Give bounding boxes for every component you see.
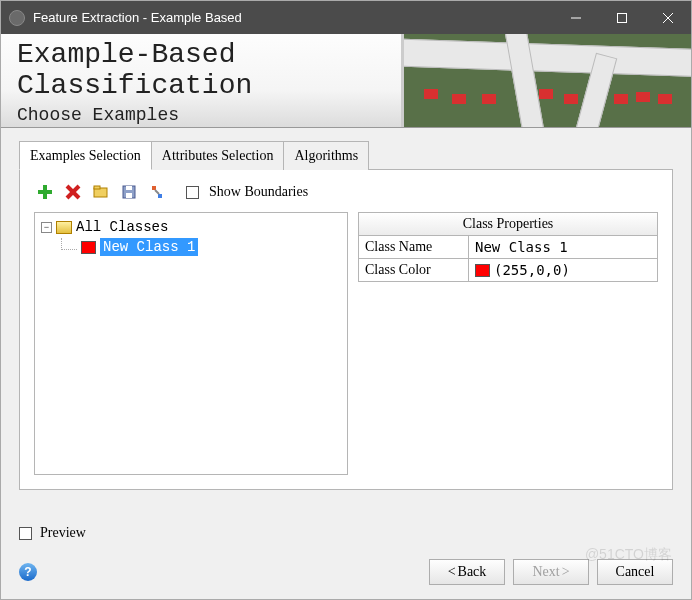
class-properties-panel: Class Properties Class Name New Class 1 … [358,212,658,475]
color-swatch-icon [475,264,490,277]
window-title: Feature Extraction - Example Based [33,10,553,25]
svg-rect-11 [126,193,132,198]
next-button-label: Next [532,564,559,580]
wizard-header-text: Example-Based Classification Choose Exam… [1,34,401,127]
wizard-content: Examples Selection Attributes Selection … [1,128,691,515]
tab-strip: Examples Selection Attributes Selection … [19,140,673,170]
class-tree[interactable]: − All Classes New Class 1 [34,212,348,475]
save-icon [121,184,137,200]
folder-open-icon [93,184,109,200]
delete-class-button[interactable] [62,181,84,203]
tab-panel-examples-selection: Show Boundaries − All Classes New Class … [19,170,673,490]
svg-rect-13 [152,186,156,190]
property-label-color: Class Color [359,259,469,281]
tree-root-node[interactable]: − All Classes [41,217,341,237]
chevron-left-icon: < [448,564,456,580]
cancel-button-label: Cancel [616,564,655,580]
property-value-color[interactable]: (255,0,0) [469,259,657,281]
svg-rect-9 [94,186,100,189]
tab-examples-selection[interactable]: Examples Selection [19,141,152,170]
wizard-header-image [401,34,691,127]
tab-algorithms[interactable]: Algorithms [283,141,369,170]
wizard-footer: Preview ? < Back Next > Cancel @51CTO博客 [1,515,691,599]
minimize-button[interactable] [553,1,599,34]
preview-label: Preview [40,525,86,541]
wizard-title: Example-Based Classification [17,39,385,101]
chevron-right-icon: > [562,564,570,580]
compute-button[interactable] [146,181,168,203]
tree-child-label: New Class 1 [100,238,198,256]
property-value-color-text: (255,0,0) [494,262,570,278]
help-button[interactable]: ? [19,563,37,581]
svg-rect-12 [126,186,132,190]
tree-connector [61,238,77,250]
wizard-subtitle: Choose Examples [17,105,385,125]
property-row-name: Class Name New Class 1 [358,236,658,259]
cancel-button[interactable]: Cancel [597,559,673,585]
property-value-name[interactable]: New Class 1 [469,236,657,258]
back-button[interactable]: < Back [429,559,505,585]
wizard-header: Example-Based Classification Choose Exam… [1,34,691,128]
property-label-name: Class Name [359,236,469,258]
preview-row: Preview [19,525,673,541]
save-button[interactable] [118,181,140,203]
svg-line-15 [155,190,159,194]
collapse-icon[interactable]: − [41,222,52,233]
app-icon [9,10,25,26]
show-boundaries-label: Show Boundaries [209,184,308,200]
class-toolbar: Show Boundaries [34,180,658,204]
main-columns: − All Classes New Class 1 Class Properti… [34,212,658,475]
tab-attributes-selection[interactable]: Attributes Selection [151,141,285,170]
class-properties-header: Class Properties [358,212,658,236]
svg-rect-1 [618,13,627,22]
maximize-button[interactable] [599,1,645,34]
plus-icon [37,184,53,200]
next-button[interactable]: Next > [513,559,589,585]
x-icon [65,184,81,200]
window-titlebar: Feature Extraction - Example Based [1,1,691,34]
svg-rect-14 [158,194,162,198]
show-boundaries-checkbox[interactable] [186,186,199,199]
tree-root-label: All Classes [76,219,168,235]
tool-icon [149,184,165,200]
close-button[interactable] [645,1,691,34]
add-class-button[interactable] [34,181,56,203]
back-button-label: Back [458,564,487,580]
folder-icon [56,221,72,234]
tree-child-node[interactable]: New Class 1 [61,237,341,257]
button-row: ? < Back Next > Cancel [19,559,673,585]
class-color-swatch [81,241,96,254]
svg-rect-5 [38,190,52,194]
preview-checkbox[interactable] [19,527,32,540]
open-button[interactable] [90,181,112,203]
property-row-color: Class Color (255,0,0) [358,259,658,282]
